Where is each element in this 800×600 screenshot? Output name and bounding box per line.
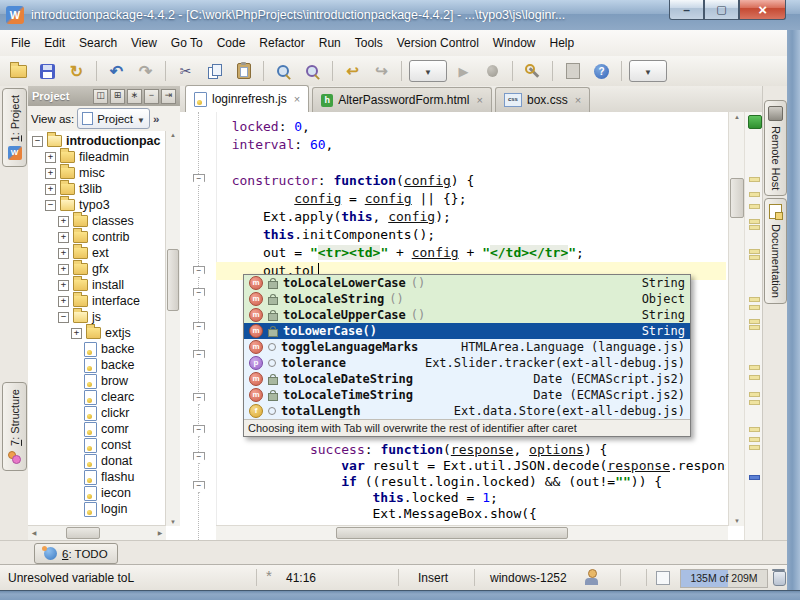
completion-item-toLocaleString[interactable]: mtoLocaleString()Object bbox=[244, 291, 690, 307]
tree-item-comr[interactable]: comr bbox=[28, 421, 166, 437]
tree-item-donat[interactable]: donat bbox=[28, 453, 166, 469]
warning-stripe-mark[interactable] bbox=[749, 445, 760, 450]
tree-item-classes[interactable]: +classes bbox=[28, 213, 166, 229]
expander-plus-icon[interactable]: + bbox=[58, 264, 69, 275]
warning-stripe-mark[interactable] bbox=[749, 204, 760, 209]
tree-item-iecon[interactable]: iecon bbox=[28, 485, 166, 501]
todo-tool-button[interactable]: 6: TODO bbox=[34, 543, 118, 564]
fold-marker-icon[interactable]: − bbox=[193, 452, 205, 464]
scroll-down-icon[interactable]: ▼ bbox=[166, 519, 180, 525]
tree-item-const[interactable]: const bbox=[28, 437, 166, 453]
fold-marker-icon[interactable]: − bbox=[193, 393, 205, 405]
tree-item-js[interactable]: −js bbox=[28, 309, 166, 325]
warning-stripe-mark[interactable] bbox=[749, 365, 760, 370]
menu-go-to[interactable]: Go To bbox=[164, 33, 210, 53]
hide-icon[interactable]: ⇥ bbox=[161, 89, 176, 104]
cut-button[interactable] bbox=[173, 59, 198, 83]
tree-item-typo3[interactable]: −typo3 bbox=[28, 197, 166, 213]
remote-host-tool-button[interactable]: Remote Host bbox=[764, 100, 787, 196]
insert-mode[interactable]: Insert bbox=[418, 571, 448, 585]
menu-file[interactable]: File bbox=[4, 33, 37, 53]
warning-stripe-mark[interactable] bbox=[749, 319, 760, 324]
garbage-collect-icon[interactable] bbox=[773, 571, 786, 586]
menu-view[interactable]: View bbox=[124, 33, 164, 53]
documentation-tool-button[interactable]: Documentation bbox=[764, 198, 787, 304]
expander-plus-icon[interactable]: + bbox=[58, 248, 69, 259]
expander-minus-icon[interactable]: − bbox=[58, 312, 69, 323]
inspector-icon[interactable] bbox=[585, 569, 598, 585]
scrollbar-thumb[interactable] bbox=[167, 249, 179, 311]
warning-stripe-mark[interactable] bbox=[749, 427, 760, 432]
close-button[interactable] bbox=[739, 0, 786, 20]
debug-button[interactable] bbox=[480, 59, 505, 83]
memory-indicator[interactable]: 135M of 209M bbox=[680, 569, 768, 588]
tab-AlterPasswordForm.html[interactable]: AlterPasswordForm.html× bbox=[312, 87, 492, 112]
menu-run[interactable]: Run bbox=[312, 33, 348, 53]
warning-stripe-mark[interactable] bbox=[749, 325, 760, 330]
tree-item-install[interactable]: +install bbox=[28, 277, 166, 293]
project-tool-button[interactable]: 1: Project W bbox=[2, 88, 27, 167]
tree-item-clearc[interactable]: clearc bbox=[28, 389, 166, 405]
caret-position[interactable]: 41:16 bbox=[286, 571, 316, 585]
help-button[interactable] bbox=[589, 59, 614, 83]
menu-window[interactable]: Window bbox=[486, 33, 543, 53]
forward-button[interactable] bbox=[369, 59, 394, 83]
redo-button[interactable] bbox=[133, 59, 158, 83]
completion-item-toLocaleLowerCase[interactable]: mtoLocaleLowerCase()String bbox=[244, 275, 690, 291]
project-horizontal-scrollbar[interactable]: ◀ ▶ bbox=[28, 525, 166, 540]
expander-plus-icon[interactable]: + bbox=[58, 296, 69, 307]
tree-item-login[interactable]: login bbox=[28, 501, 166, 517]
expander-minus-icon[interactable]: − bbox=[32, 136, 43, 147]
menu-search[interactable]: Search bbox=[72, 33, 124, 53]
fold-marker-icon[interactable]: − bbox=[193, 266, 205, 278]
save-button[interactable] bbox=[35, 59, 60, 83]
completion-item-toLowerCase()[interactable]: mtoLowerCase()String bbox=[244, 323, 690, 339]
menu-version-control[interactable]: Version Control bbox=[390, 33, 486, 53]
run-button[interactable] bbox=[451, 59, 476, 83]
tab-box.css[interactable]: box.css× bbox=[495, 87, 590, 112]
scroll-right-icon[interactable]: ▶ bbox=[156, 529, 164, 536]
back-button[interactable] bbox=[340, 59, 365, 83]
expand-chevrons-icon[interactable]: » bbox=[153, 113, 159, 125]
expander-plus-icon[interactable]: + bbox=[45, 184, 56, 195]
expander-plus-icon[interactable]: + bbox=[71, 328, 82, 339]
warning-stripe-mark[interactable] bbox=[749, 219, 760, 224]
project-vertical-scrollbar[interactable]: ▲ ▼ bbox=[165, 131, 180, 526]
readonly-checkbox[interactable] bbox=[656, 571, 670, 585]
close-icon[interactable]: × bbox=[294, 93, 300, 105]
tree-item-contrib[interactable]: +contrib bbox=[28, 229, 166, 245]
run-configuration-combo[interactable] bbox=[409, 60, 447, 82]
info-stripe-mark[interactable] bbox=[749, 475, 760, 480]
warning-stripe-mark[interactable] bbox=[749, 225, 760, 230]
tree-item-t3lib[interactable]: +t3lib bbox=[28, 181, 166, 197]
open-folder-button[interactable] bbox=[6, 59, 31, 83]
fold-marker-icon[interactable]: − bbox=[193, 481, 205, 493]
completion-item-toLocaleTimeString[interactable]: mtoLocaleTimeStringDate (ECMAScript.js2) bbox=[244, 387, 690, 403]
warning-stripe-mark[interactable] bbox=[749, 437, 760, 442]
minimize-button[interactable] bbox=[669, 0, 704, 20]
expander-plus-icon[interactable]: + bbox=[45, 168, 56, 179]
completion-item-tolerance[interactable]: ptoleranceExt.Slider.tracker(ext-all-deb… bbox=[244, 355, 690, 371]
tree-item-backe[interactable]: backe bbox=[28, 357, 166, 373]
tree-item-brow[interactable]: brow bbox=[28, 373, 166, 389]
tree-item-ext[interactable]: +ext bbox=[28, 245, 166, 261]
structure-tool-button[interactable]: 7: Structure bbox=[2, 382, 27, 471]
scrollbar-thumb[interactable] bbox=[336, 527, 568, 539]
completion-item-toLocaleUpperCase[interactable]: mtoLocaleUpperCase()String bbox=[244, 307, 690, 323]
find-in-path-button[interactable] bbox=[300, 59, 325, 83]
close-icon[interactable]: × bbox=[477, 94, 483, 106]
undo-button[interactable] bbox=[104, 59, 129, 83]
warning-stripe-mark[interactable] bbox=[749, 177, 760, 182]
completion-item-toggleLanguageMarks[interactable]: mtoggleLanguageMarksHTMLArea.Language (l… bbox=[244, 339, 690, 355]
export-button[interactable] bbox=[560, 59, 585, 83]
warning-stripe-mark[interactable] bbox=[749, 305, 760, 310]
settings-icon[interactable]: ∗ bbox=[127, 89, 142, 104]
menu-code[interactable]: Code bbox=[210, 33, 253, 53]
warning-stripe-mark[interactable] bbox=[749, 192, 760, 197]
copy-button[interactable] bbox=[202, 59, 227, 83]
completion-item-toLocaleDateString[interactable]: mtoLocaleDateStringDate (ECMAScript.js2) bbox=[244, 371, 690, 387]
editor-vertical-scrollbar[interactable]: ▲ ▼ bbox=[728, 112, 745, 526]
expander-plus-icon[interactable]: + bbox=[58, 232, 69, 243]
project-tree[interactable]: −introductionpac+fileadmin+misc+t3lib−ty… bbox=[28, 131, 166, 526]
fold-marker-icon[interactable]: − bbox=[193, 425, 205, 437]
